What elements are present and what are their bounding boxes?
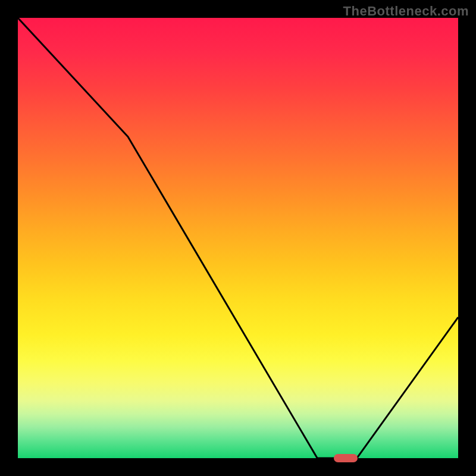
outer-frame: TheBottleneck.com [0,0,476,476]
watermark-text: TheBottleneck.com [343,4,469,19]
curve-path [18,18,458,458]
optimal-marker [334,454,358,462]
bottleneck-curve [18,18,458,458]
